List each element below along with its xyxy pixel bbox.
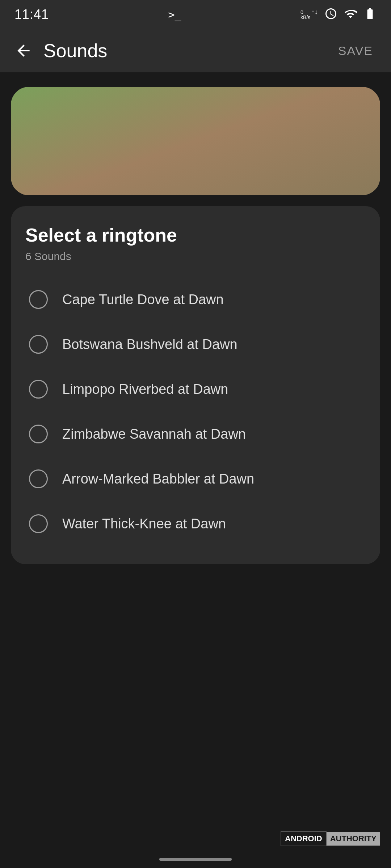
svg-text:kB/s: kB/s — [300, 14, 310, 20]
home-indicator — [159, 858, 232, 861]
status-bar: 11:41 >_ 0 kB/s ↑↓ — [0, 0, 391, 29]
ringtone-list: Cape Turtle Dove at Dawn Botswana Bushve… — [25, 277, 366, 546]
ringtone-name-1: Cape Turtle Dove at Dawn — [62, 292, 224, 307]
ringtone-name-2: Botswana Bushveld at Dawn — [62, 337, 237, 352]
alarm-icon — [324, 7, 337, 22]
ringtone-name-6: Water Thick-Knee at Dawn — [62, 516, 226, 532]
list-item[interactable]: Water Thick-Knee at Dawn — [25, 501, 366, 546]
radio-button-3[interactable] — [29, 380, 48, 399]
status-time: 11:41 — [14, 7, 49, 22]
list-item[interactable]: Botswana Bushveld at Dawn — [25, 322, 366, 367]
list-item[interactable]: Zimbabwe Savannah at Dawn — [25, 412, 366, 456]
terminal-icon: >_ — [168, 8, 181, 21]
watermark: ANDROID AUTHORITY — [281, 831, 380, 846]
wifi-icon — [343, 7, 358, 22]
list-item[interactable]: Arrow-Marked Babbler at Dawn — [25, 456, 366, 501]
svg-text:↑↓: ↑↓ — [311, 8, 318, 16]
top-app-bar: Sounds SAVE — [0, 29, 391, 72]
list-item[interactable]: Cape Turtle Dove at Dawn — [25, 277, 366, 322]
ringtone-name-5: Arrow-Marked Babbler at Dawn — [62, 471, 254, 487]
status-icons: 0 kB/s ↑↓ — [300, 7, 377, 22]
content-area: Select a ringtone 6 Sounds Cape Turtle D… — [0, 72, 391, 579]
page-title: Sounds — [43, 40, 331, 61]
radio-button-6[interactable] — [29, 514, 48, 533]
card-subtitle: 6 Sounds — [25, 250, 366, 263]
watermark-android: ANDROID — [281, 831, 327, 846]
ringtone-name-3: Limpopo Riverbed at Dawn — [62, 382, 228, 397]
card-title: Select a ringtone — [25, 224, 366, 246]
ringtone-card: Select a ringtone 6 Sounds Cape Turtle D… — [11, 206, 380, 564]
list-item[interactable]: Limpopo Riverbed at Dawn — [25, 367, 366, 412]
save-button[interactable]: SAVE — [331, 40, 380, 61]
radio-button-4[interactable] — [29, 425, 48, 443]
radio-button-1[interactable] — [29, 290, 48, 309]
radio-button-2[interactable] — [29, 335, 48, 354]
battery-icon — [363, 7, 377, 22]
radio-button-5[interactable] — [29, 469, 48, 488]
ringtone-name-4: Zimbabwe Savannah at Dawn — [62, 426, 246, 442]
preview-card — [11, 87, 380, 195]
back-button[interactable] — [11, 38, 36, 63]
data-speed-icon: 0 kB/s ↑↓ — [300, 7, 319, 22]
watermark-authority: AUTHORITY — [327, 832, 380, 846]
